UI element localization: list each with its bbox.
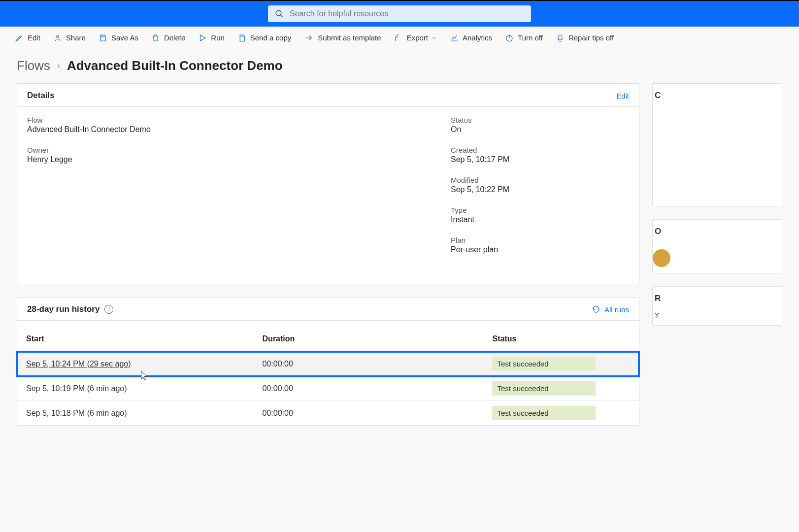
- turn-off-button[interactable]: Turn off: [505, 33, 543, 42]
- repair-tips-button[interactable]: Repair tips off: [556, 33, 614, 42]
- run-status-cell: Test succeeded: [483, 352, 639, 376]
- run-start-cell[interactable]: Sep 5, 10:18 PM (6 min ago): [17, 401, 254, 426]
- side-panels: C O R Y: [652, 83, 782, 426]
- share-button[interactable]: Share: [53, 33, 86, 42]
- export-icon: [394, 33, 403, 42]
- cursor-icon: [140, 370, 148, 381]
- created-value: Sep 5, 10:17 PM: [451, 155, 629, 164]
- run-history-card: 28-day run history i All runs Start Dura…: [17, 297, 639, 426]
- owner-label: Owner: [27, 146, 431, 154]
- chevron-down-icon: [431, 35, 437, 41]
- run-duration-cell: 00:00:00: [254, 352, 484, 376]
- side-card-connections: C: [652, 83, 782, 206]
- export-label: Export: [407, 33, 428, 42]
- export-button[interactable]: Export: [394, 33, 437, 42]
- run-duration-cell: 00:00:00: [254, 401, 484, 426]
- run-label: Run: [211, 33, 225, 42]
- column-duration[interactable]: Duration: [254, 321, 484, 352]
- repair-tips-label: Repair tips off: [568, 33, 614, 42]
- status-badge: Test succeeded: [492, 406, 596, 420]
- breadcrumb-root[interactable]: Flows: [17, 58, 50, 73]
- command-bar: Edit Share Save As Delete Run Send a cop…: [0, 27, 799, 49]
- play-icon: [198, 33, 207, 42]
- power-icon: [505, 33, 514, 42]
- side-card-related: R Y: [652, 286, 782, 326]
- status-badge: Test succeeded: [492, 381, 596, 396]
- refresh-icon: [592, 305, 600, 314]
- analytics-label: Analytics: [463, 33, 492, 42]
- share-label: Share: [66, 33, 86, 42]
- field-plan: Plan Per-user plan: [451, 236, 629, 254]
- bell-icon: [556, 33, 565, 42]
- owner-value: Henry Legge: [27, 155, 431, 164]
- all-runs-label: All runs: [604, 305, 629, 314]
- side-card-header: O: [653, 220, 782, 243]
- copy-icon: [237, 33, 246, 42]
- field-created: Created Sep 5, 10:17 PM: [451, 146, 629, 164]
- run-button[interactable]: Run: [198, 33, 225, 42]
- status-value: On: [451, 125, 629, 134]
- delete-button[interactable]: Delete: [151, 33, 185, 42]
- run-start-link[interactable]: Sep 5, 10:19 PM (6 min ago): [26, 384, 127, 393]
- run-start-link[interactable]: Sep 5, 10:24 PM (29 sec ago): [26, 360, 131, 368]
- send-copy-button[interactable]: Send a copy: [237, 33, 291, 42]
- side-card-owners: O: [652, 219, 782, 273]
- table-row[interactable]: Sep 5, 10:18 PM (6 min ago)00:00:00Test …: [17, 401, 639, 426]
- page-title: Advanced Built-In Connector Demo: [67, 58, 283, 73]
- modified-value: Sep 5, 10:22 PM: [451, 185, 629, 194]
- run-status-cell: Test succeeded: [483, 401, 639, 426]
- field-type: Type Instant: [451, 206, 629, 224]
- side-card-header: C: [653, 84, 782, 107]
- save-as-label: Save As: [111, 33, 138, 42]
- edit-button[interactable]: Edit: [15, 33, 40, 42]
- all-runs-link[interactable]: All runs: [592, 305, 629, 314]
- type-value: Instant: [451, 215, 629, 224]
- details-edit-link[interactable]: Edit: [616, 92, 629, 100]
- run-status-cell: Test succeeded: [483, 376, 639, 401]
- details-header: Details: [27, 91, 55, 100]
- top-app-bar: [0, 0, 799, 27]
- plan-label: Plan: [451, 236, 629, 244]
- info-icon[interactable]: i: [104, 305, 113, 314]
- run-duration-cell: 00:00:00: [254, 376, 484, 401]
- save-as-button[interactable]: Save As: [99, 33, 138, 42]
- svg-rect-3: [240, 36, 244, 41]
- search-box[interactable]: [268, 5, 531, 22]
- save-icon: [99, 33, 107, 42]
- pencil-icon: [15, 33, 24, 42]
- table-row[interactable]: Sep 5, 10:19 PM (6 min ago)00:00:00Test …: [17, 376, 639, 401]
- search-input[interactable]: [290, 9, 524, 18]
- run-start-cell[interactable]: Sep 5, 10:24 PM (29 sec ago): [17, 352, 254, 376]
- turn-off-label: Turn off: [518, 33, 543, 42]
- run-history-header: 28-day run history i: [27, 304, 113, 314]
- flow-value: Advanced Built-In Connector Demo: [27, 125, 431, 134]
- column-status[interactable]: Status: [483, 321, 639, 352]
- send-copy-label: Send a copy: [250, 33, 291, 42]
- details-card: Details Edit Flow Advanced Built-In Conn…: [17, 83, 639, 284]
- plan-value: Per-user plan: [451, 245, 629, 254]
- run-start-link[interactable]: Sep 5, 10:18 PM (6 min ago): [26, 409, 127, 417]
- edit-label: Edit: [28, 33, 40, 42]
- trash-icon: [151, 33, 160, 42]
- field-flow: Flow Advanced Built-In Connector Demo: [27, 116, 431, 134]
- run-start-cell[interactable]: Sep 5, 10:19 PM (6 min ago): [17, 376, 254, 401]
- column-start[interactable]: Start: [17, 321, 254, 352]
- svg-point-2: [57, 35, 59, 37]
- submit-template-button[interactable]: Submit as template: [304, 33, 381, 42]
- table-row[interactable]: Sep 5, 10:24 PM (29 sec ago)00:00:00Test…: [17, 352, 639, 376]
- analytics-button[interactable]: Analytics: [450, 33, 492, 42]
- delete-label: Delete: [164, 33, 185, 42]
- run-history-table: Start Duration Status Sep 5, 10:24 PM (2…: [17, 321, 639, 425]
- status-label: Status: [451, 116, 629, 124]
- submit-icon: [304, 33, 314, 42]
- created-label: Created: [451, 146, 629, 154]
- field-owner: Owner Henry Legge: [27, 146, 431, 164]
- field-status: Status On: [451, 116, 629, 134]
- modified-label: Modified: [451, 176, 629, 184]
- svg-line-1: [280, 15, 283, 17]
- content-area: Flows › Advanced Built-In Connector Demo…: [0, 49, 799, 440]
- share-icon: [53, 33, 62, 42]
- submit-template-label: Submit as template: [318, 33, 381, 42]
- side-card-text: Y: [653, 310, 782, 320]
- avatar: [653, 249, 670, 267]
